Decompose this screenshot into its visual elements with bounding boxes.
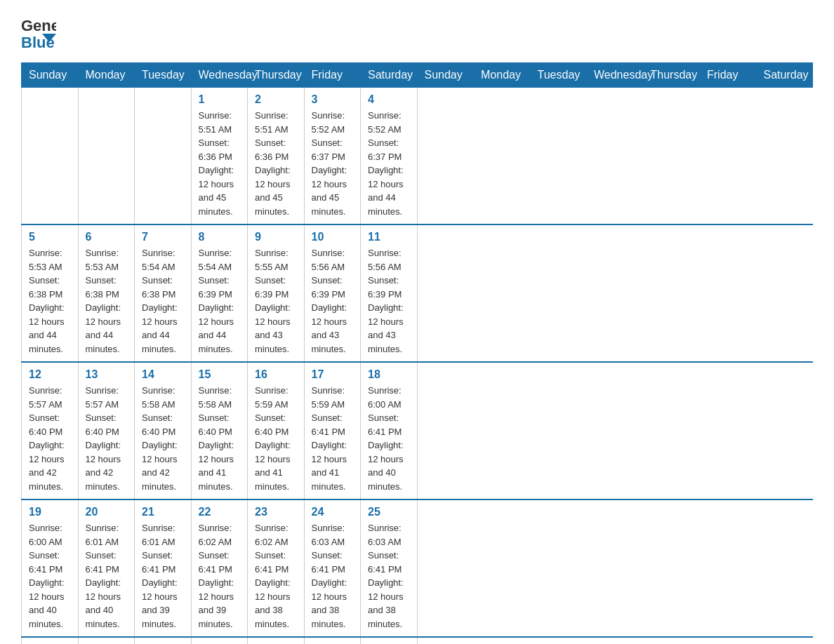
calendar-cell: 2Sunrise: 5:51 AM Sunset: 6:36 PM Daylig… xyxy=(248,88,305,225)
calendar-cell: 1Sunrise: 5:51 AM Sunset: 6:36 PM Daylig… xyxy=(191,88,248,225)
calendar-cell: 14Sunrise: 5:58 AM Sunset: 6:40 PM Dayli… xyxy=(135,362,192,499)
calendar-cell xyxy=(361,637,418,644)
calendar-cell xyxy=(22,88,79,225)
svg-text:General: General xyxy=(21,17,56,34)
day-number: 6 xyxy=(86,231,128,243)
calendar-cell: 29Sunrise: 6:05 AM Sunset: 6:41 PM Dayli… xyxy=(191,637,248,644)
header-tuesday: Tuesday xyxy=(530,63,587,88)
header-thursday: Thursday xyxy=(248,63,305,88)
calendar-cell: 6Sunrise: 5:53 AM Sunset: 6:38 PM Daylig… xyxy=(78,224,135,362)
day-info: Sunrise: 5:51 AM Sunset: 6:36 PM Dayligh… xyxy=(255,109,297,218)
day-info: Sunrise: 6:03 AM Sunset: 6:41 PM Dayligh… xyxy=(312,521,354,631)
calendar-cell: 19Sunrise: 6:00 AM Sunset: 6:41 PM Dayli… xyxy=(22,499,79,637)
day-number: 8 xyxy=(199,231,241,243)
calendar-cell: 27Sunrise: 6:04 AM Sunset: 6:41 PM Dayli… xyxy=(78,637,135,644)
calendar-cell xyxy=(135,88,192,225)
day-info: Sunrise: 6:00 AM Sunset: 6:41 PM Dayligh… xyxy=(368,384,410,493)
day-info: Sunrise: 5:52 AM Sunset: 6:37 PM Dayligh… xyxy=(312,109,354,218)
header-sunday: Sunday xyxy=(22,63,79,88)
header-tuesday: Tuesday xyxy=(135,63,192,88)
day-number: 21 xyxy=(142,506,184,518)
calendar-week-2: 5Sunrise: 5:53 AM Sunset: 6:38 PM Daylig… xyxy=(22,224,813,362)
header-friday: Friday xyxy=(304,63,361,88)
day-number: 14 xyxy=(142,368,184,381)
day-number: 9 xyxy=(255,231,297,243)
day-info: Sunrise: 5:53 AM Sunset: 6:38 PM Dayligh… xyxy=(86,246,128,356)
calendar-cell: 24Sunrise: 6:03 AM Sunset: 6:41 PM Dayli… xyxy=(304,499,361,637)
day-number: 4 xyxy=(368,93,410,106)
day-number: 23 xyxy=(255,506,297,518)
day-number: 5 xyxy=(29,231,71,243)
day-number: 12 xyxy=(29,368,71,381)
header-wednesday: Wednesday xyxy=(587,63,644,88)
calendar-week-1: 1Sunrise: 5:51 AM Sunset: 6:36 PM Daylig… xyxy=(22,88,813,225)
calendar-week-5: 26Sunrise: 6:04 AM Sunset: 6:41 PM Dayli… xyxy=(22,637,813,644)
day-number: 3 xyxy=(312,93,354,106)
day-number: 2 xyxy=(255,93,297,106)
day-info: Sunrise: 5:58 AM Sunset: 6:40 PM Dayligh… xyxy=(142,384,184,493)
day-number: 18 xyxy=(368,368,410,381)
calendar-cell: 17Sunrise: 5:59 AM Sunset: 6:41 PM Dayli… xyxy=(304,362,361,499)
calendar-cell: 8Sunrise: 5:54 AM Sunset: 6:39 PM Daylig… xyxy=(191,224,248,362)
day-number: 25 xyxy=(368,506,410,518)
day-number: 13 xyxy=(86,368,128,381)
day-info: Sunrise: 5:51 AM Sunset: 6:36 PM Dayligh… xyxy=(199,109,241,218)
day-info: Sunrise: 5:58 AM Sunset: 6:40 PM Dayligh… xyxy=(199,384,241,493)
calendar-cell: 20Sunrise: 6:01 AM Sunset: 6:41 PM Dayli… xyxy=(78,499,135,637)
calendar-week-4: 19Sunrise: 6:00 AM Sunset: 6:41 PM Dayli… xyxy=(22,499,813,637)
day-info: Sunrise: 6:02 AM Sunset: 6:41 PM Dayligh… xyxy=(199,521,241,631)
day-number: 20 xyxy=(86,506,128,518)
calendar-header-row: SundayMondayTuesdayWednesdayThursdayFrid… xyxy=(22,63,813,88)
day-number: 17 xyxy=(312,368,354,381)
calendar-cell: 13Sunrise: 5:57 AM Sunset: 6:40 PM Dayli… xyxy=(78,362,135,499)
day-number: 22 xyxy=(199,506,241,518)
calendar-cell: 22Sunrise: 6:02 AM Sunset: 6:41 PM Dayli… xyxy=(191,499,248,637)
day-info: Sunrise: 5:57 AM Sunset: 6:40 PM Dayligh… xyxy=(29,384,71,493)
day-info: Sunrise: 5:55 AM Sunset: 6:39 PM Dayligh… xyxy=(255,246,297,356)
day-number: 7 xyxy=(142,231,184,243)
header-saturday: Saturday xyxy=(361,63,418,88)
day-number: 15 xyxy=(199,368,241,381)
day-info: Sunrise: 5:54 AM Sunset: 6:38 PM Dayligh… xyxy=(142,246,184,356)
day-info: Sunrise: 5:59 AM Sunset: 6:40 PM Dayligh… xyxy=(255,384,297,493)
calendar-cell: 25Sunrise: 6:03 AM Sunset: 6:41 PM Dayli… xyxy=(361,499,418,637)
calendar-week-3: 12Sunrise: 5:57 AM Sunset: 6:40 PM Dayli… xyxy=(22,362,813,499)
header-monday: Monday xyxy=(78,63,135,88)
calendar-cell: 5Sunrise: 5:53 AM Sunset: 6:38 PM Daylig… xyxy=(22,224,79,362)
calendar-cell: 16Sunrise: 5:59 AM Sunset: 6:40 PM Dayli… xyxy=(248,362,305,499)
header-friday: Friday xyxy=(700,63,757,88)
header-wednesday: Wednesday xyxy=(191,63,248,88)
calendar-cell: 23Sunrise: 6:02 AM Sunset: 6:41 PM Dayli… xyxy=(248,499,305,637)
day-info: Sunrise: 5:56 AM Sunset: 6:39 PM Dayligh… xyxy=(312,246,354,356)
calendar-cell: 31Sunrise: 6:06 AM Sunset: 6:41 PM Dayli… xyxy=(304,637,361,644)
calendar-cell: 11Sunrise: 5:56 AM Sunset: 6:39 PM Dayli… xyxy=(361,224,418,362)
calendar-cell: 4Sunrise: 5:52 AM Sunset: 6:37 PM Daylig… xyxy=(361,88,418,225)
page-header: General Blue xyxy=(21,14,813,55)
day-number: 1 xyxy=(199,93,241,106)
svg-text:Blue: Blue xyxy=(21,34,55,51)
day-info: Sunrise: 5:52 AM Sunset: 6:37 PM Dayligh… xyxy=(368,109,410,218)
day-info: Sunrise: 5:53 AM Sunset: 6:38 PM Dayligh… xyxy=(29,246,71,356)
calendar-cell: 9Sunrise: 5:55 AM Sunset: 6:39 PM Daylig… xyxy=(248,224,305,362)
calendar-table: SundayMondayTuesdayWednesdayThursdayFrid… xyxy=(21,62,813,644)
calendar-cell: 10Sunrise: 5:56 AM Sunset: 6:39 PM Dayli… xyxy=(304,224,361,362)
calendar-cell: 12Sunrise: 5:57 AM Sunset: 6:40 PM Dayli… xyxy=(22,362,79,499)
calendar-cell: 3Sunrise: 5:52 AM Sunset: 6:37 PM Daylig… xyxy=(304,88,361,225)
day-info: Sunrise: 5:59 AM Sunset: 6:41 PM Dayligh… xyxy=(312,384,354,493)
header-saturday: Saturday xyxy=(756,63,813,88)
day-number: 10 xyxy=(312,231,354,243)
day-number: 24 xyxy=(312,506,354,518)
day-number: 11 xyxy=(368,231,410,243)
calendar-cell: 18Sunrise: 6:00 AM Sunset: 6:41 PM Dayli… xyxy=(361,362,418,499)
calendar-cell: 21Sunrise: 6:01 AM Sunset: 6:41 PM Dayli… xyxy=(135,499,192,637)
day-info: Sunrise: 5:54 AM Sunset: 6:39 PM Dayligh… xyxy=(199,246,241,356)
logo: General Blue xyxy=(21,14,56,55)
day-info: Sunrise: 6:00 AM Sunset: 6:41 PM Dayligh… xyxy=(29,521,71,631)
calendar-cell: 15Sunrise: 5:58 AM Sunset: 6:40 PM Dayli… xyxy=(191,362,248,499)
calendar-cell: 30Sunrise: 6:05 AM Sunset: 6:41 PM Dayli… xyxy=(248,637,305,644)
calendar-cell xyxy=(78,88,135,225)
day-info: Sunrise: 6:01 AM Sunset: 6:41 PM Dayligh… xyxy=(142,521,184,631)
day-number: 19 xyxy=(29,506,71,518)
calendar-cell: 26Sunrise: 6:04 AM Sunset: 6:41 PM Dayli… xyxy=(22,637,79,644)
header-monday: Monday xyxy=(474,63,531,88)
